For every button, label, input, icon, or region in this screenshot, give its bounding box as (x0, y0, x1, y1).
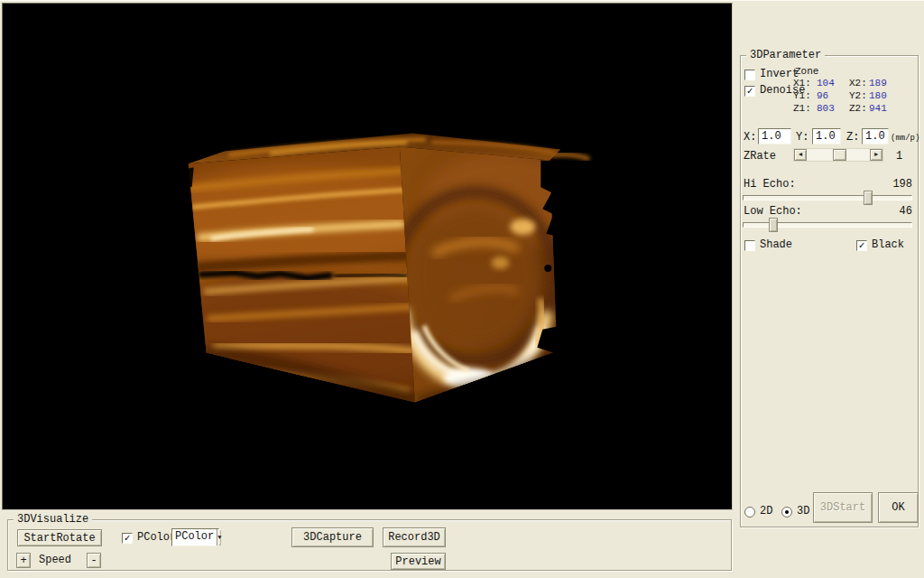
shade-checkbox[interactable] (744, 240, 755, 251)
scale-z-input[interactable] (862, 128, 889, 144)
zone-values: X1: 104 X2: 189 Y1: 96 Y2: 180 Z1: 803 Z… (793, 77, 910, 115)
mode-3d-radio-dot (785, 510, 789, 514)
app-window: 3DParameter Invert ✓ Denoise Zone X1: 10… (0, 0, 924, 578)
parameter-panel: 3DParameter Invert ✓ Denoise Zone X1: 10… (733, 1, 924, 578)
volume-render-3d[interactable] (3, 4, 732, 509)
zrate-scrollbar-thumb[interactable] (833, 149, 846, 161)
ok-button[interactable]: OK (878, 492, 919, 523)
scale-x-label: X: (744, 132, 756, 144)
scale-x-input[interactable] (758, 128, 791, 144)
speed-plus-button[interactable]: + (16, 553, 31, 568)
record3d-button[interactable]: Record3D (383, 527, 446, 547)
zone-x1-value: 104 (817, 77, 849, 89)
black-checkbox[interactable]: ✓ (856, 240, 867, 251)
zone-y2-label: Y2: (849, 89, 869, 102)
zone-x1-label: X1: (793, 77, 817, 89)
start-rotate-button[interactable]: StartRotate (17, 529, 102, 546)
zone-y1-label: Y1: (793, 89, 817, 102)
pcolor-checkbox[interactable]: ✓ (122, 533, 133, 544)
zrate-scrollbar[interactable]: ◄ ► (793, 148, 883, 162)
scale-y-label: Y: (796, 132, 808, 144)
mode-2d-label: 2D (760, 506, 772, 517)
mode-2d-radio[interactable] (744, 507, 755, 517)
mode-3d-radio[interactable] (781, 507, 792, 517)
zone-y2-value: 180 (869, 89, 910, 102)
zone-y1-value: 96 (817, 89, 849, 102)
zone-x2-label: X2: (849, 77, 869, 89)
zrate-scroll-left-icon[interactable]: ◄ (794, 149, 807, 161)
preview-button[interactable]: Preview (391, 553, 446, 570)
mode-3d-label: 3D (797, 506, 809, 517)
hi-echo-slider-thumb[interactable] (864, 191, 873, 205)
scale-z-label: Z: (846, 132, 859, 144)
parameter-groupbox: 3DParameter Invert ✓ Denoise Zone X1: 10… (740, 55, 919, 527)
visualize-groupbox: 3DVisualize StartRotate + Speed - ✓ PCol… (7, 519, 732, 571)
hi-echo-slider-track[interactable] (743, 195, 912, 200)
volume-viewport[interactable] (2, 3, 733, 510)
zone-z1-value: 803 (817, 102, 849, 115)
scale-y-input[interactable] (812, 128, 841, 144)
shade-label: Shade (760, 239, 792, 251)
parameter-group-title: 3DParameter (746, 49, 825, 61)
hi-echo-slider[interactable] (743, 191, 912, 205)
zone-z1-label: Z1: (793, 102, 817, 115)
zrate-value: 1 (896, 151, 902, 163)
3dcapture-button[interactable]: 3DCapture (291, 527, 374, 547)
zrate-label: ZRate (744, 151, 776, 163)
low-echo-label: Low Echo: (744, 206, 802, 218)
zrate-scroll-right-icon[interactable]: ► (870, 149, 882, 161)
speed-minus-button[interactable]: - (87, 553, 101, 568)
speed-label: Speed (39, 555, 71, 566)
pcolor-dropdown-arrow-icon[interactable]: ▼ (217, 529, 221, 545)
pcolor-select-value: PColor (172, 529, 217, 545)
pcolor-label: PColor (137, 532, 176, 544)
zone-z2-value: 941 (869, 102, 910, 115)
zone-x2-value: 189 (869, 77, 910, 89)
invert-checkbox[interactable] (744, 70, 755, 80)
hi-echo-label: Hi Echo: (744, 179, 796, 191)
hi-echo-value: 198 (892, 179, 912, 191)
pcolor-select[interactable]: PColor ▼ (171, 528, 219, 546)
low-echo-slider-thumb[interactable] (769, 218, 778, 232)
denoise-checkbox[interactable]: ✓ (744, 86, 755, 97)
scale-unit-label: (mm/p) (891, 133, 919, 144)
low-echo-slider[interactable] (743, 218, 912, 232)
3dstart-button[interactable]: 3DStart (813, 492, 873, 523)
visualize-group-title: 3DVisualize (14, 513, 92, 526)
low-echo-value: 46 (900, 206, 912, 218)
zone-z2-label: Z2: (849, 102, 869, 115)
black-label: Black (872, 239, 904, 251)
